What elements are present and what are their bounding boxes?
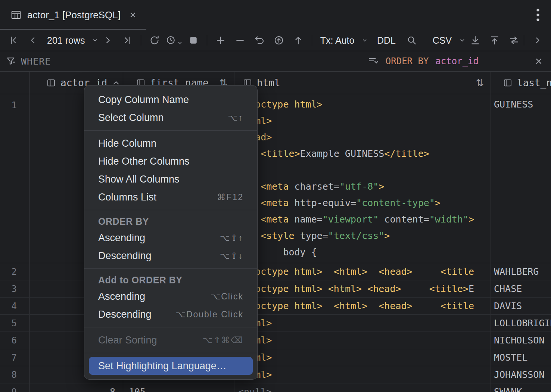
column-header-html[interactable]: html⇅ bbox=[234, 72, 491, 94]
cell-last-name[interactable]: WAHLBERG bbox=[491, 263, 551, 280]
menu-separator bbox=[84, 210, 257, 210]
search-icon[interactable] bbox=[402, 32, 421, 49]
row-number[interactable]: 5 bbox=[0, 315, 30, 332]
ddl-button[interactable]: DDL bbox=[373, 32, 400, 49]
cell-html[interactable]: <!doctype html> <html> <head> <title>E bbox=[234, 280, 491, 297]
row-number[interactable]: 6 bbox=[0, 332, 30, 349]
cell-html[interactable]: <null> bbox=[234, 383, 491, 392]
tx-mode-select[interactable]: Tx: Auto bbox=[316, 32, 368, 49]
toolbar-separator bbox=[141, 35, 141, 46]
table-row: 6<html>NICHOLSON bbox=[0, 332, 551, 349]
row-number[interactable]: 8 bbox=[0, 366, 30, 383]
menu-item-select-column[interactable]: Select Column⌥↑ bbox=[89, 109, 253, 127]
menu-item-show-all-columns[interactable]: Show All Columns bbox=[89, 170, 253, 188]
more-toolbar-icon[interactable] bbox=[528, 32, 547, 49]
where-filter-field[interactable]: WHERE bbox=[6, 56, 51, 67]
menu-item-set-highlighting-language[interactable]: Set Highlighting Language… bbox=[89, 357, 253, 375]
menu-item-hide-other-columns[interactable]: Hide Other Columns bbox=[89, 152, 253, 170]
cell-first-name[interactable]: 105 bbox=[123, 383, 234, 392]
auto-refresh-icon[interactable] bbox=[164, 32, 184, 49]
order-by-keyword[interactable]: ORDER BY bbox=[386, 56, 429, 66]
import-data-icon[interactable] bbox=[485, 32, 504, 49]
html-code-line: <style type="text/css"> bbox=[238, 228, 491, 244]
previous-page-icon[interactable] bbox=[23, 32, 43, 49]
chevron-down-icon bbox=[459, 37, 466, 44]
column-header-last-n[interactable]: last_n bbox=[491, 72, 551, 94]
compare-icon[interactable] bbox=[504, 32, 524, 49]
menu-item-descending[interactable]: Descending⌥Double Click bbox=[89, 305, 253, 323]
html-code-line: <meta http-equiv="content-type"> bbox=[238, 195, 491, 211]
menu-item-ascending[interactable]: Ascending⌥⇧↑ bbox=[89, 229, 253, 247]
delete-row-icon[interactable] bbox=[230, 32, 250, 49]
sort-toggle-icon[interactable]: ⇅ bbox=[476, 78, 484, 88]
export-data-icon[interactable] bbox=[466, 32, 485, 49]
cell-last-name[interactable]: LOLLOBRIGIDA bbox=[491, 315, 551, 332]
cell-html[interactable]: <!doctype html><html><head> <title>Examp… bbox=[234, 94, 491, 263]
html-code-line: <html> bbox=[238, 113, 491, 129]
html-code-line: body { bbox=[238, 244, 491, 261]
row-number[interactable]: 7 bbox=[0, 349, 30, 366]
menu-item-ascending[interactable]: Ascending⌥Click bbox=[89, 287, 253, 305]
submit-icon[interactable] bbox=[269, 32, 289, 49]
add-row-icon[interactable] bbox=[211, 32, 230, 49]
menu-separator bbox=[84, 130, 257, 131]
page-size-select[interactable]: 201 rows bbox=[43, 32, 98, 49]
cell-html[interactable]: <!doctype html> <html> <head> <title bbox=[234, 298, 491, 314]
data-grid: actor_idfirst_name⇅html⇅last_n 1<!doctyp… bbox=[0, 72, 551, 392]
menu-item-hide-column[interactable]: Hide Column bbox=[89, 134, 253, 152]
row-number[interactable]: 4 bbox=[0, 298, 30, 314]
table-row: 5<html>LOLLOBRIGIDA bbox=[0, 315, 551, 332]
cell-last-name[interactable]: MOSTEL bbox=[491, 349, 551, 366]
toolbar-separator bbox=[207, 35, 207, 46]
stop-icon[interactable] bbox=[184, 32, 203, 49]
cell-last-name[interactable]: NICHOLSON bbox=[491, 332, 551, 349]
tab-actor-1-postgresql[interactable]: actor_1 [PostgreSQL] bbox=[0, 0, 146, 30]
cell-html[interactable]: <!doctype html> <html> <head> <title bbox=[234, 263, 491, 280]
column-context-menu: Copy Column NameSelect Column⌥↑Hide Colu… bbox=[84, 85, 258, 380]
cell-html[interactable]: <html> bbox=[234, 315, 491, 332]
menu-item-columns-list[interactable]: Columns List⌘F12 bbox=[89, 188, 253, 206]
grid-header-row: actor_idfirst_name⇅html⇅last_n bbox=[0, 72, 551, 94]
menu-item-descending[interactable]: Descending⌥⇧↓ bbox=[89, 247, 253, 265]
menu-item-shortcut: ⌘F12 bbox=[209, 192, 243, 202]
chevron-down-icon bbox=[362, 37, 368, 44]
menu-section-add-to-order-by: Add to ORDER BY bbox=[89, 273, 253, 287]
next-page-icon[interactable] bbox=[98, 32, 118, 49]
tx-mode-label: Tx: Auto bbox=[316, 35, 359, 46]
row-number[interactable]: 9 bbox=[0, 383, 30, 392]
html-code-line: <html> bbox=[238, 332, 491, 349]
row-number[interactable]: 2 bbox=[0, 263, 30, 280]
menu-item-label: Hide Other Columns bbox=[98, 156, 190, 167]
table-row: 98105<null>SWANK bbox=[0, 383, 551, 392]
tab-title: actor_1 [PostgreSQL] bbox=[27, 9, 121, 21]
table-row: 2<!doctype html> <html> <head> <titleWAH… bbox=[0, 263, 551, 280]
table-row: 8<html>JOHANSSON bbox=[0, 366, 551, 383]
refresh-icon[interactable] bbox=[145, 32, 164, 49]
tab-close-icon[interactable] bbox=[128, 10, 137, 19]
cell-html[interactable]: <html> bbox=[234, 366, 491, 383]
revert-icon[interactable] bbox=[250, 32, 269, 49]
menu-item-copy-column-name[interactable]: Copy Column Name bbox=[89, 91, 253, 109]
cell-actor-id[interactable]: 8 bbox=[30, 383, 123, 392]
kebab-menu-icon[interactable] bbox=[536, 8, 540, 22]
export-format-select[interactable]: CSV bbox=[428, 32, 466, 49]
gutter-header[interactable] bbox=[0, 72, 30, 94]
cell-last-name[interactable]: DAVIS bbox=[491, 298, 551, 314]
commit-icon[interactable] bbox=[289, 32, 308, 49]
cell-last-name[interactable]: CHASE bbox=[491, 280, 551, 297]
row-number[interactable]: 3 bbox=[0, 280, 30, 297]
cell-last-name[interactable]: SWANK bbox=[491, 383, 551, 392]
close-filter-icon[interactable] bbox=[534, 56, 544, 66]
menu-item-label: Show All Columns bbox=[98, 174, 180, 185]
html-code-line: <!doctype html> <html> <head> <title>E bbox=[238, 280, 491, 297]
last-page-icon[interactable] bbox=[118, 32, 137, 49]
cell-html[interactable]: <html> bbox=[234, 349, 491, 366]
sort-menu-icon[interactable] bbox=[368, 56, 379, 67]
cell-last-name[interactable]: JOHANSSON bbox=[491, 366, 551, 383]
order-by-column[interactable]: actor_id bbox=[435, 56, 479, 66]
first-page-icon[interactable] bbox=[4, 32, 23, 49]
menu-item-label: Select Column bbox=[98, 112, 164, 124]
cell-html[interactable]: <html> bbox=[234, 332, 491, 349]
cell-last-name[interactable]: GUINESS bbox=[491, 94, 551, 263]
row-number[interactable]: 1 bbox=[0, 94, 30, 263]
